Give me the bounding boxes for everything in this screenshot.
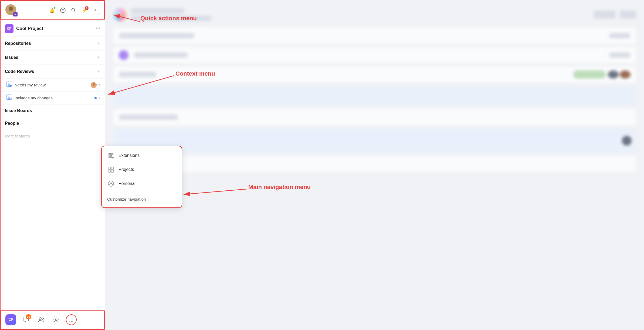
project-header[interactable]: CP Cool Project <box>1 20 105 36</box>
project-name: Cool Project <box>16 26 93 31</box>
nav-item-issues[interactable]: Issues + <box>1 50 105 65</box>
blurred-blue-row <box>113 87 636 106</box>
svg-point-8 <box>96 28 97 29</box>
blurred-row <box>113 156 636 172</box>
blurred-blue-row <box>113 129 636 153</box>
reviewer-avatar <box>91 82 97 88</box>
svg-point-26 <box>42 318 43 319</box>
dropdown-customize[interactable]: Customize navigation <box>102 193 182 205</box>
add-button[interactable]: + <box>91 6 100 15</box>
blurred-button <box>620 11 636 19</box>
flash-icon[interactable]: ⚡ 1 <box>80 6 89 15</box>
nav-section: Repositories + Issues + Code Reviews + <box>1 36 105 310</box>
dropdown-item-projects[interactable]: Projects <box>102 163 182 177</box>
personal-icon <box>107 180 115 187</box>
svg-point-1 <box>9 6 13 11</box>
extensions-label: Extensions <box>118 153 140 158</box>
svg-point-16 <box>93 83 95 86</box>
svg-point-27 <box>55 319 57 321</box>
issues-label: Issues <box>5 55 18 60</box>
project-settings-icon[interactable] <box>96 26 100 32</box>
notification-icon[interactable]: 🔔 <box>48 6 57 15</box>
projects-label: Projects <box>118 167 134 172</box>
dropdown-menu: Extensions Projects Personal Customize n… <box>101 146 182 208</box>
annotation-quick-actions: Quick actions menu <box>140 15 197 22</box>
people-icon[interactable] <box>36 314 46 325</box>
needs-review-count: 5 <box>98 83 100 87</box>
issues-add-icon[interactable]: + <box>97 54 100 60</box>
changes-icon <box>6 94 12 102</box>
annotation-main-navigation: Main navigation menu <box>248 184 311 191</box>
sub-item-needs-review[interactable]: Needs my review 5 <box>1 79 105 92</box>
needs-review-badge: 5 <box>91 82 100 88</box>
personal-label: Personal <box>118 181 135 186</box>
blurred-text <box>131 8 185 14</box>
svg-text:?: ? <box>62 9 64 12</box>
more-button[interactable]: ... <box>66 314 77 325</box>
nav-item-code-reviews[interactable]: Code Reviews + <box>1 65 105 79</box>
nav-item-issue-boards[interactable]: Issue Boards <box>1 105 105 117</box>
notification-dot <box>53 7 56 9</box>
cp-button[interactable]: CP <box>5 314 16 325</box>
svg-point-25 <box>39 318 41 320</box>
repositories-label: Repositories <box>5 41 31 46</box>
chat-badge: 35 <box>26 314 31 319</box>
svg-point-14 <box>9 85 12 87</box>
people-label: People <box>5 121 19 126</box>
more-features[interactable]: More features <box>1 130 105 142</box>
projects-icon <box>107 166 115 173</box>
svg-rect-32 <box>111 170 114 172</box>
review-icon <box>6 81 12 89</box>
project-icon: CP <box>5 24 13 33</box>
top-bar: M 🔔 ? ⚡ 1 <box>1 1 105 20</box>
blurred-highlight <box>573 70 606 79</box>
changes-dot <box>94 97 97 99</box>
avatar-container[interactable]: M <box>5 4 17 16</box>
main-avatar <box>113 8 126 21</box>
code-reviews-label: Code Reviews <box>5 69 34 74</box>
dropdown-divider <box>102 192 182 192</box>
blurred-row <box>113 47 636 63</box>
issue-boards-label: Issue Boards <box>5 108 32 113</box>
blurred-row <box>113 109 636 125</box>
svg-rect-28 <box>112 157 114 158</box>
annotation-context-menu: Context menu <box>175 70 215 77</box>
svg-point-5 <box>72 8 75 11</box>
help-icon[interactable]: ? <box>58 6 67 15</box>
needs-review-label: Needs my review <box>15 83 88 87</box>
flash-badge: 1 <box>85 6 89 10</box>
svg-rect-30 <box>111 167 114 169</box>
dropdown-item-personal[interactable]: Personal <box>102 177 182 191</box>
settings-icon[interactable] <box>51 314 62 325</box>
includes-changes-badge: 2 <box>94 96 100 100</box>
search-icon[interactable] <box>69 6 78 15</box>
repositories-add-icon[interactable]: + <box>97 40 100 46</box>
svg-point-9 <box>99 28 100 29</box>
extensions-icon <box>107 152 115 159</box>
dropdown-item-extensions[interactable]: Extensions <box>102 149 182 163</box>
svg-line-6 <box>74 11 76 12</box>
nav-item-people[interactable]: People <box>1 117 105 130</box>
svg-rect-29 <box>108 167 111 169</box>
chat-icon[interactable]: 35 <box>21 314 31 325</box>
includes-changes-label: Includes my changes <box>15 96 92 100</box>
avatar-badge: M <box>13 12 18 17</box>
sub-item-includes-my-changes[interactable]: Includes my changes 2 <box>1 92 105 105</box>
svg-point-34 <box>110 182 112 184</box>
sidebar: M 🔔 ? ⚡ 1 <box>0 0 105 330</box>
top-bar-icons: 🔔 ? ⚡ 1 + <box>48 6 100 15</box>
svg-rect-31 <box>108 170 111 172</box>
main-content <box>105 0 644 330</box>
code-reviews-add-icon[interactable]: + <box>97 68 100 75</box>
blurred-button <box>594 11 615 19</box>
blurred-row <box>113 28 636 44</box>
bottom-bar: CP 35 ... <box>1 310 105 329</box>
nav-item-repositories[interactable]: Repositories + <box>1 36 105 50</box>
svg-point-7 <box>97 28 99 29</box>
includes-changes-count: 2 <box>98 96 100 100</box>
